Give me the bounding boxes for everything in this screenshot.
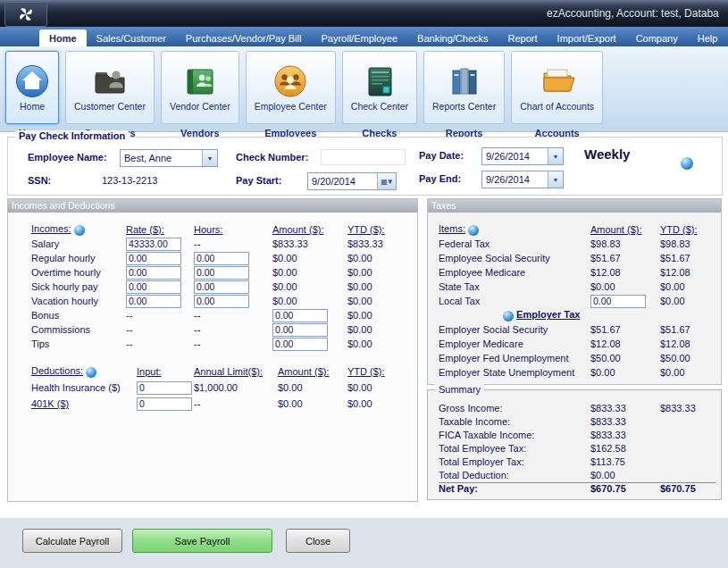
chevron-down-icon[interactable]: ▼ <box>548 171 563 188</box>
vendor-center-icon <box>182 63 218 99</box>
incomes-help-icon[interactable] <box>74 225 85 236</box>
pay-end-select[interactable]: 9/26/2014 ▼ <box>481 171 564 188</box>
toolbar-button-label: Employee Center <box>255 101 327 112</box>
hours-value: -- <box>194 324 272 335</box>
hours-input[interactable] <box>194 266 249 280</box>
employee-center-button[interactable]: Employee Center <box>246 51 336 124</box>
tax-ytd: $12.08 <box>660 338 715 349</box>
employee-name-label: Employee Name: <box>28 152 107 163</box>
hours-value: -- <box>194 238 272 249</box>
hours-input[interactable] <box>194 252 249 265</box>
tax-label: Employer Fed Unemployment <box>439 353 590 363</box>
taxes-help-icon[interactable] <box>468 225 479 236</box>
income-label: Regular hourly <box>31 253 126 263</box>
rate-input[interactable] <box>126 280 181 294</box>
rate-input[interactable] <box>126 238 181 251</box>
tab-sales-customer[interactable]: Sales/Customer <box>87 29 176 46</box>
income-label: Commissions <box>31 324 126 335</box>
tax-amount: $51.67 <box>590 253 660 263</box>
tax-label: Employer Social Security <box>439 324 590 335</box>
local-tax-input[interactable] <box>590 295 646 308</box>
rate-input[interactable] <box>126 266 181 280</box>
ytd-value: $0.00 <box>347 267 403 278</box>
check-center-button[interactable]: Check Center <box>342 51 417 124</box>
toolbar-button-label: Customer Center <box>74 101 146 112</box>
menu-bar: Home Sales/Customer Purchases/Vendor/Pay… <box>0 27 728 46</box>
ssn-value: 123-13-2213 <box>102 175 157 186</box>
tax-label: State Tax <box>439 281 590 292</box>
ytd-value: $833.33 <box>347 238 403 249</box>
rate-value: -- <box>126 338 194 349</box>
tab-company[interactable]: Company <box>626 29 688 46</box>
tax-ytd: $0.00 <box>660 281 715 292</box>
income-label: Sick hourly pay <box>31 281 126 292</box>
annual-limit-value: $1,000.00 <box>194 382 278 393</box>
ytd-header: YTD ($): <box>347 224 403 235</box>
ytd-value: $0.00 <box>347 253 403 263</box>
tax-ytd: $12.08 <box>660 267 715 278</box>
summary-title: Summary <box>435 384 484 395</box>
tax-label: Federal Tax <box>439 238 590 249</box>
deductions-help-icon[interactable] <box>86 367 96 378</box>
tax-amount: $50.00 <box>590 353 660 363</box>
pay-frequency-label: Weekly <box>584 146 630 162</box>
ytd-value: $0.00 <box>347 338 403 349</box>
save-payroll-button[interactable]: Save Payroll <box>132 529 272 553</box>
amount-value: $0.00 <box>272 296 347 306</box>
summary-label: Net Pay: <box>439 482 590 494</box>
hours-input[interactable] <box>194 295 249 308</box>
tab-purchases-vendor-pay-bill[interactable]: Purchases/Vendor/Pay Bill <box>176 29 312 46</box>
deduction-input[interactable] <box>137 397 192 411</box>
paycheck-section-title: Pay Check Information <box>15 130 129 141</box>
reports-center-button[interactable]: Reports Center <box>423 51 505 124</box>
summary-label: Gross Income: <box>439 403 590 413</box>
toolbar-button-label: Reports Center <box>432 101 496 112</box>
tax-ytd: $51.67 <box>660 253 715 263</box>
rate-input[interactable] <box>126 295 181 308</box>
tax-label: Local Tax <box>439 296 590 306</box>
tab-import-export[interactable]: Import/Export <box>548 29 626 46</box>
employee-name-select[interactable]: Best, Anne ▼ <box>120 149 218 167</box>
tab-payroll-employee[interactable]: Payroll/Employee <box>311 29 407 46</box>
ssn-label: SSN: <box>28 175 51 186</box>
chart-of-accounts-icon <box>540 63 575 99</box>
amount-value: $0.00 <box>272 253 347 263</box>
summary-amount: $113.75 <box>590 456 660 467</box>
calculate-payroll-button[interactable]: Calculate Payroll <box>22 529 122 553</box>
rate-input[interactable] <box>126 252 181 265</box>
chevron-down-icon[interactable]: ▼ <box>548 148 563 164</box>
employer-tax-help-icon[interactable] <box>503 311 514 322</box>
amount-input[interactable] <box>272 309 328 322</box>
deduction-input[interactable] <box>137 381 192 395</box>
tax-label: Employee Social Security <box>439 253 590 263</box>
reports-center-icon <box>447 63 482 99</box>
tab-home[interactable]: Home <box>39 29 87 46</box>
amount-input[interactable] <box>272 338 328 351</box>
summary-amount: $833.33 <box>590 416 660 427</box>
tax-label: Employee Medicare <box>439 267 590 278</box>
chart-of-accounts-button[interactable]: Chart of Accounts <box>511 51 603 124</box>
hours-input[interactable] <box>194 280 249 294</box>
amount-value: $0.00 <box>278 382 347 393</box>
customer-center-button[interactable]: Customer Center <box>65 51 155 124</box>
pay-start-picker[interactable]: 9/20/2014 ▦▼ <box>307 172 397 190</box>
vendor-center-button[interactable]: Vendor Center <box>161 51 239 124</box>
tab-banking-checks[interactable]: Banking/Checks <box>407 29 498 46</box>
amount-value: $0.00 <box>278 398 347 409</box>
employee-name-value: Best, Anne <box>121 153 202 163</box>
amount-value: $833.33 <box>272 238 347 249</box>
close-button[interactable]: Close <box>286 529 350 553</box>
tab-report[interactable]: Report <box>498 29 548 46</box>
paycheck-help-icon[interactable] <box>681 157 693 170</box>
calendar-icon[interactable]: ▦▼ <box>377 173 396 189</box>
window-title: ezAccounting, Account: test, Databa <box>547 7 719 20</box>
pay-date-value: 9/26/2014 <box>482 151 548 162</box>
check-center-icon <box>362 63 397 99</box>
pay-date-select[interactable]: 9/26/2014 ▼ <box>481 147 564 165</box>
chevron-down-icon[interactable]: ▼ <box>202 150 217 166</box>
check-number-input[interactable] <box>321 149 406 165</box>
home-button[interactable]: Home <box>5 51 59 124</box>
tab-help[interactable]: Help <box>688 29 728 46</box>
app-window: ezAccounting, Account: test, Databa Home… <box>0 0 728 568</box>
amount-input[interactable] <box>272 323 328 337</box>
